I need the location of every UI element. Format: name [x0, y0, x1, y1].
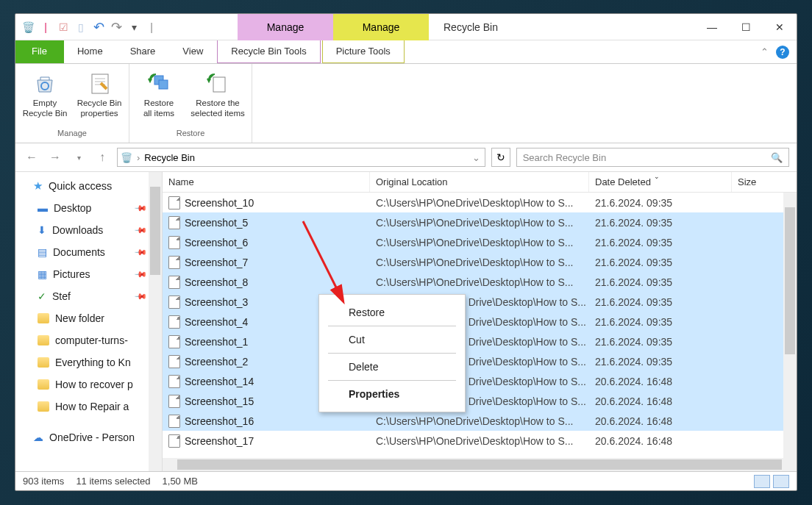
pin-icon: 📌 — [133, 223, 147, 237]
recycle-bin-properties-button[interactable]: Recycle Bin properties — [74, 67, 124, 118]
contextual-tab-manage2: Manage — [333, 14, 429, 40]
view-thumbnails-icon[interactable] — [773, 475, 789, 488]
file-row[interactable]: Screenshot_3Drive\Desktop\How to S...21.… — [163, 292, 797, 312]
recent-dropdown-icon[interactable]: ▾ — [70, 148, 88, 166]
documents-icon: ▤ — [38, 246, 47, 258]
ribbon-tabs: File Home Share View Recycle Bin Tools P… — [15, 40, 797, 64]
close-button[interactable]: ✕ — [763, 14, 797, 40]
file-date: 21.6.2024. 09:35 — [589, 237, 732, 248]
tab-file[interactable]: File — [15, 40, 64, 63]
file-name: Screenshot_3 — [185, 296, 248, 308]
collapse-ribbon-icon[interactable]: ⌃ — [761, 46, 769, 57]
redo-icon[interactable]: ↷ — [110, 21, 123, 34]
file-icon — [168, 276, 180, 289]
file-row[interactable]: Screenshot_4Drive\Desktop\How to S...21.… — [163, 312, 797, 332]
file-row[interactable]: Screenshot_10C:\Users\HP\OneDrive\Deskto… — [163, 193, 797, 212]
breadcrumb-icon: 🗑️ — [121, 152, 132, 163]
status-item-count: 903 items — [23, 476, 64, 487]
cloud-icon: ☁ — [33, 431, 43, 443]
file-location: C:\Users\HP\OneDrive\Desktop\How to S... — [370, 435, 589, 447]
restore-all-button[interactable]: Restore all items — [134, 67, 184, 118]
sidebar-downloads[interactable]: ⬇ Downloads📌 — [15, 219, 162, 241]
pin-icon: 📌 — [133, 201, 147, 215]
file-row[interactable]: Screenshot_16C:\Users\HP\OneDrive\Deskto… — [163, 411, 797, 431]
context-properties[interactable]: Properties — [319, 382, 465, 406]
svg-rect-7 — [213, 77, 225, 92]
file-icon — [168, 375, 180, 388]
ribbon-group-restore: Restore — [129, 126, 252, 140]
search-input[interactable]: Search Recycle Bin 🔍 — [516, 148, 789, 167]
folder-icon — [38, 379, 49, 390]
sidebar-stef[interactable]: ✓ Stef📌 — [15, 285, 162, 307]
horizontal-scrollbar[interactable] — [163, 458, 797, 471]
col-location[interactable]: Original Location — [370, 172, 589, 192]
col-size[interactable]: Size — [732, 172, 767, 192]
file-icon — [168, 355, 180, 368]
file-icon — [168, 395, 180, 408]
file-location: C:\Users\HP\OneDrive\Desktop\How to S... — [370, 217, 589, 229]
sidebar-computer-turns[interactable]: computer-turns- — [15, 329, 162, 351]
tab-recycle-bin-tools[interactable]: Recycle Bin Tools — [217, 40, 320, 63]
file-name: Screenshot_6 — [185, 237, 248, 248]
tab-home[interactable]: Home — [64, 40, 117, 63]
sidebar-everything[interactable]: Everything to Kn — [15, 351, 162, 373]
minimize-button[interactable]: — — [695, 14, 729, 40]
tab-share[interactable]: Share — [117, 40, 170, 63]
sidebar-scrollbar[interactable] — [149, 172, 162, 471]
col-name[interactable]: Name — [163, 172, 370, 192]
vertical-scrollbar[interactable] — [783, 193, 797, 458]
status-size: 1,50 MB — [163, 476, 198, 487]
sidebar-onedrive[interactable]: ☁ OneDrive - Person — [15, 426, 162, 448]
file-row[interactable]: Screenshot_14Drive\Desktop\How to S...20… — [163, 371, 797, 391]
context-restore[interactable]: Restore — [319, 301, 465, 324]
tab-view[interactable]: View — [169, 40, 217, 63]
context-cut[interactable]: Cut — [319, 328, 465, 351]
qat-paste-icon[interactable]: ▯ — [74, 21, 88, 34]
col-date-deleted[interactable]: Date Deleted⌄ — [589, 172, 732, 192]
empty-recycle-bin-button[interactable]: Empty Recycle Bin — [20, 67, 70, 118]
file-row[interactable]: Screenshot_5C:\Users\HP\OneDrive\Desktop… — [163, 212, 797, 232]
file-date: 20.6.2024. 16:48 — [589, 395, 732, 407]
file-row[interactable]: Screenshot_2Drive\Desktop\How to S...21.… — [163, 351, 797, 371]
file-row[interactable]: Screenshot_17C:\Users\HP\OneDrive\Deskto… — [163, 431, 797, 451]
file-location: C:\Users\HP\OneDrive\Desktop\How to S... — [370, 257, 589, 268]
file-date: 21.6.2024. 09:35 — [589, 257, 732, 268]
file-row[interactable]: Screenshot_15Drive\Desktop\How to S...20… — [163, 391, 797, 411]
sidebar-quick-access[interactable]: ★ Quick access — [15, 175, 162, 197]
help-icon[interactable]: ? — [776, 46, 789, 59]
sidebar-documents[interactable]: ▤ Documents📌 — [15, 241, 162, 263]
sidebar-repair[interactable]: How to Repair a — [15, 395, 162, 418]
file-row[interactable]: Screenshot_1Drive\Desktop\How to S...21.… — [163, 332, 797, 351]
up-button[interactable]: ↑ — [93, 148, 111, 166]
pin-icon: 📌 — [133, 267, 147, 281]
view-details-icon[interactable] — [754, 475, 770, 488]
status-selected-count: 11 items selected — [76, 476, 150, 487]
recycle-bin-icon — [32, 70, 58, 96]
file-row[interactable]: Screenshot_6C:\Users\HP\OneDrive\Desktop… — [163, 232, 797, 252]
context-delete[interactable]: Delete — [319, 355, 465, 379]
forward-button[interactable]: → — [46, 148, 64, 166]
back-button[interactable]: ← — [23, 148, 40, 166]
sidebar-new-folder[interactable]: New folder — [15, 307, 162, 329]
tab-picture-tools[interactable]: Picture Tools — [322, 40, 405, 63]
address-bar[interactable]: 🗑️ › Recycle Bin ⌄ — [117, 148, 485, 167]
sidebar-desktop[interactable]: ▬ Desktop📌 — [15, 197, 162, 219]
restore-selected-button[interactable]: Restore the selected items — [188, 67, 247, 118]
properties-icon — [86, 70, 113, 96]
explorer-window: 🗑️ | ☑ ▯ ↶ ↷ ▾ | Manage Manage Recycle B… — [15, 13, 797, 491]
star-icon: ★ — [33, 180, 43, 192]
breadcrumb[interactable]: Recycle Bin — [144, 152, 195, 163]
qat-check-icon[interactable]: ☑ — [57, 21, 70, 34]
address-dropdown-icon[interactable]: ⌄ — [472, 152, 485, 163]
file-row[interactable]: Screenshot_8C:\Users\HP\OneDrive\Desktop… — [163, 272, 797, 292]
maximize-button[interactable]: ☐ — [729, 14, 763, 40]
undo-icon[interactable]: ↶ — [92, 21, 105, 34]
file-icon — [168, 216, 180, 229]
sidebar-pictures[interactable]: ▦ Pictures📌 — [15, 263, 162, 285]
refresh-button[interactable]: ↻ — [491, 148, 510, 167]
qat-dropdown-icon[interactable]: ▾ — [127, 21, 140, 34]
sidebar-recover[interactable]: How to recover p — [15, 373, 162, 395]
file-icon — [168, 315, 180, 329]
status-bar: 903 items 11 items selected 1,50 MB — [15, 471, 797, 490]
file-row[interactable]: Screenshot_7C:\Users\HP\OneDrive\Desktop… — [163, 252, 797, 272]
